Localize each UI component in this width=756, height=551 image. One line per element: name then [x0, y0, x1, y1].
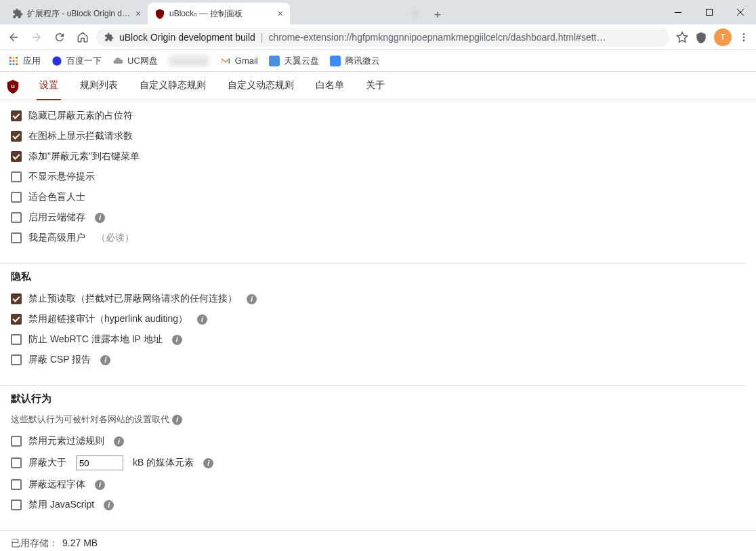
tab-other[interactable]: ×	[290, 3, 425, 24]
close-icon[interactable]: ×	[135, 8, 141, 19]
tab-filter-lists[interactable]: 规则列表	[77, 72, 121, 100]
bookmark-tencent[interactable]: 腾讯微云	[330, 55, 380, 67]
svg-text:u: u	[11, 82, 15, 89]
checkbox[interactable]	[11, 151, 22, 162]
new-tab-button[interactable]: +	[428, 5, 447, 24]
baidu-icon	[51, 56, 62, 66]
ublock-toolbar-icon[interactable]	[695, 31, 707, 43]
tab-my-rules[interactable]: 自定义动态规则	[225, 72, 297, 100]
svg-rect-7	[16, 57, 18, 59]
apps-icon	[8, 56, 19, 66]
bookmark-tianyi[interactable]: 天翼云盘	[269, 55, 319, 67]
back-button[interactable]	[4, 28, 23, 47]
bookmark-blurred[interactable]	[169, 56, 209, 66]
defaults-subtext: 这些默认行为可被针对各网站的设置取代i	[11, 411, 745, 431]
checkbox[interactable]	[11, 457, 22, 468]
setting-color-blind: 适合色盲人士	[11, 187, 745, 207]
svg-rect-10	[16, 60, 18, 62]
bookmark-uc[interactable]: UC网盘	[112, 55, 158, 67]
info-icon[interactable]: i	[203, 458, 213, 468]
svg-rect-16	[330, 56, 341, 66]
checkbox[interactable]	[11, 293, 22, 304]
omnibox-ext-name: uBlock Origin development build	[119, 32, 255, 43]
home-button[interactable]	[73, 28, 92, 47]
svg-point-14	[52, 56, 61, 65]
checkbox[interactable]	[11, 232, 22, 243]
bookmarks-bar: 应用 百度一下 UC网盘 Gmail 天翼云盘 腾讯微云	[0, 50, 756, 72]
forward-button[interactable]	[27, 28, 46, 47]
star-icon[interactable]	[676, 31, 688, 43]
section-privacy: 隐私	[0, 263, 745, 283]
tianyi-icon	[269, 56, 280, 66]
avatar[interactable]: T	[714, 28, 732, 46]
maximize-button[interactable]	[694, 0, 725, 24]
checkbox[interactable]	[11, 171, 22, 182]
tab-my-filters[interactable]: 自定义静态规则	[137, 72, 209, 100]
menu-icon[interactable]	[738, 32, 749, 43]
svg-rect-11	[9, 63, 12, 65]
tencent-icon	[330, 56, 341, 66]
svg-rect-9	[13, 60, 15, 62]
info-icon[interactable]: i	[172, 415, 182, 425]
checkbox[interactable]	[11, 131, 22, 142]
omnibox[interactable]: uBlock Origin development build | chrome…	[96, 28, 669, 47]
setting-advanced-user: 我是高级用户（必读）	[11, 228, 745, 248]
extension-tab-bar: u 设置 规则列表 自定义静态规则 自定义动态规则 白名单 关于	[0, 72, 756, 100]
checkbox[interactable]	[11, 334, 22, 345]
bookmark-baidu[interactable]: 百度一下	[51, 55, 102, 67]
tab-title: uBlock₀ — 控制面板	[169, 8, 274, 20]
checkbox[interactable]	[11, 499, 22, 510]
close-window-button[interactable]	[725, 0, 756, 24]
setting-show-badge: 在图标上显示拦截请求数	[11, 126, 745, 146]
tab-bar: 扩展程序 - uBlock Origin devel × uBlock₀ — 控…	[0, 0, 756, 24]
checkbox[interactable]	[11, 212, 22, 223]
cloud-icon	[112, 56, 123, 66]
browser-chrome: 扩展程序 - uBlock Origin devel × uBlock₀ — 控…	[0, 0, 756, 72]
setting-block-large-media: 屏蔽大于 kB 的媒体元素i	[11, 451, 745, 474]
checkbox[interactable]	[11, 314, 22, 325]
close-icon[interactable]: ×	[413, 8, 419, 19]
bookmark-apps[interactable]: 应用	[8, 55, 41, 67]
ublock-logo-icon: u	[5, 79, 20, 94]
info-icon[interactable]: i	[247, 294, 257, 304]
extension-icon	[104, 33, 114, 42]
info-icon[interactable]: i	[104, 500, 114, 510]
window-controls	[663, 0, 756, 24]
tab-whitelist[interactable]: 白名单	[313, 72, 347, 100]
svg-rect-1	[707, 9, 713, 16]
setting-no-tooltips: 不显示悬停提示	[11, 167, 745, 187]
info-icon[interactable]: i	[114, 436, 124, 447]
setting-context-menu: 添加"屏蔽元素"到右键菜单	[11, 146, 745, 167]
checkbox[interactable]	[11, 354, 22, 365]
reload-button[interactable]	[50, 28, 69, 47]
setting-cloud-storage: 启用云端储存i	[11, 207, 745, 228]
info-icon[interactable]: i	[95, 480, 105, 490]
checkbox[interactable]	[11, 479, 22, 490]
svg-rect-15	[269, 56, 280, 66]
setting-disable-js: 禁用 JavaScripti	[11, 495, 745, 515]
tab-title: 扩展程序 - uBlock Origin devel	[27, 8, 131, 20]
bookmark-gmail[interactable]: Gmail	[220, 56, 258, 66]
checkbox[interactable]	[11, 192, 22, 203]
checkbox[interactable]	[11, 436, 22, 447]
toolbar-right: T	[673, 28, 752, 46]
setting-disable-cosmetic: 禁用元素过滤规则i	[11, 431, 745, 451]
tab-extensions[interactable]: 扩展程序 - uBlock Origin devel ×	[5, 3, 148, 24]
info-icon[interactable]: i	[172, 335, 182, 345]
setting-csp-reports: 屏蔽 CSP 报告i	[11, 350, 745, 370]
tab-about[interactable]: 关于	[363, 72, 387, 100]
tab-settings[interactable]: 设置	[37, 72, 61, 100]
close-icon[interactable]: ×	[278, 8, 283, 19]
info-icon[interactable]: i	[100, 355, 110, 365]
checkbox[interactable]	[11, 110, 22, 121]
setting-hide-placeholders: 隐藏已屏蔽元素的占位符	[11, 106, 745, 126]
media-size-input[interactable]	[76, 455, 123, 470]
tab-ublock-dashboard[interactable]: uBlock₀ — 控制面板 ×	[148, 3, 290, 24]
address-bar-row: uBlock Origin development build | chrome…	[0, 24, 756, 50]
svg-rect-0	[675, 12, 681, 13]
info-icon[interactable]: i	[197, 314, 207, 325]
svg-point-2	[743, 33, 745, 35]
minimize-button[interactable]	[663, 0, 694, 24]
info-icon[interactable]: i	[95, 213, 105, 223]
svg-rect-5	[9, 57, 12, 59]
